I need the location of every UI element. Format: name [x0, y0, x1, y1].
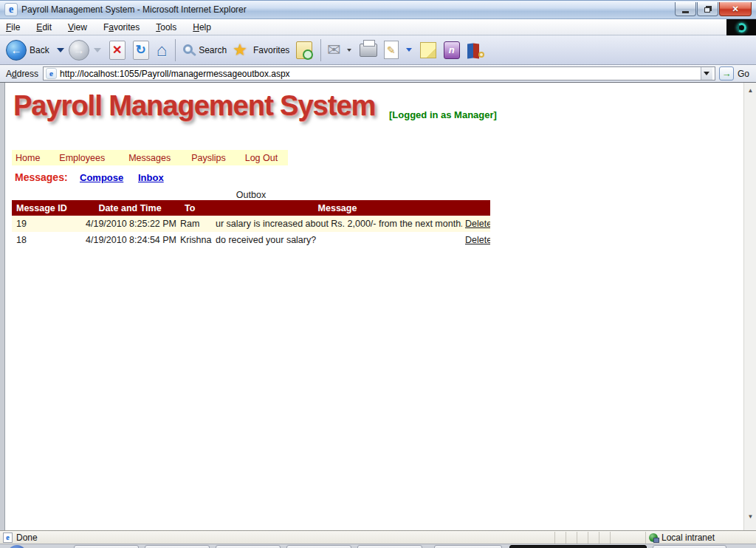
status-pane	[577, 532, 588, 544]
scroll-up-button[interactable]: ▲	[744, 84, 756, 97]
minimize-icon	[682, 11, 689, 13]
close-button[interactable]: ✕	[719, 2, 752, 16]
compose-link[interactable]: Compose	[80, 172, 123, 183]
zone-label: Local intranet	[662, 532, 715, 543]
cell-message-id: 18	[12, 232, 83, 248]
menu-tools[interactable]: Tools	[156, 22, 176, 32]
back-dropdown-icon[interactable]	[57, 48, 64, 52]
page-ie-icon: e	[46, 68, 57, 79]
address-field[interactable]: e	[43, 66, 715, 81]
inbox-link[interactable]: Inbox	[138, 172, 164, 183]
delete-link[interactable]: Delete	[465, 219, 490, 229]
stop-button[interactable]: ✕	[109, 41, 126, 60]
menu-edit[interactable]: Edit	[36, 22, 52, 32]
print-button[interactable]	[360, 44, 377, 57]
back-button[interactable]: ← Back	[6, 40, 69, 61]
edit-button[interactable]: ✎	[381, 41, 416, 59]
outbox-table: Message ID Date and Time To Message 19 4…	[12, 200, 490, 248]
taskbar-button[interactable]	[216, 545, 281, 548]
toolbar-separator	[320, 39, 321, 61]
search-button[interactable]: Search	[180, 44, 230, 55]
taskbar-button-active[interactable]	[509, 545, 647, 548]
status-pane	[610, 532, 645, 544]
status-pane	[588, 532, 599, 544]
address-dropdown-button[interactable]	[701, 67, 712, 80]
favorites-label: Favorites	[253, 45, 289, 55]
taskbar-button[interactable]	[357, 545, 422, 548]
go-arrow-icon: →	[719, 66, 734, 81]
forward-button[interactable]: →	[69, 40, 106, 61]
search-label: Search	[199, 45, 227, 55]
outbox-caption: Outbox	[12, 190, 490, 200]
stop-icon: ✕	[112, 43, 122, 57]
taskbar-button[interactable]	[434, 545, 502, 548]
status-pane	[554, 532, 566, 544]
forward-dropdown-icon	[94, 48, 101, 52]
status-bar: e Done Local intranet	[0, 530, 756, 544]
window-title: Payroll Management System - Microsoft In…	[21, 4, 247, 15]
window-ie-icon: e	[4, 3, 18, 16]
cell-message: ur salary is increased about Rs. 2,000/-…	[213, 216, 462, 232]
home-icon: ⌂	[157, 40, 168, 60]
page-title: Payroll Management System	[13, 90, 375, 122]
status-text: Done	[16, 532, 38, 543]
title-bar: e Payroll Management System - Microsoft …	[0, 0, 756, 19]
back-label: Back	[30, 45, 49, 55]
address-input[interactable]	[60, 69, 701, 79]
home-button[interactable]: ⌂	[157, 41, 168, 59]
ie-throbber	[726, 19, 756, 35]
refresh-button[interactable]: ↻	[133, 41, 149, 60]
messages-label: Messages:	[15, 171, 68, 183]
toolbar-separator	[175, 39, 176, 61]
search-icon	[183, 44, 193, 54]
taskbar-button[interactable]	[74, 545, 139, 548]
nav-item-logout[interactable]: Log Out	[245, 153, 278, 163]
nav-item-home[interactable]: Home	[16, 153, 40, 163]
messages-section-header: Messages: Compose Inbox	[4, 171, 492, 186]
column-header-message-id: Message ID	[12, 200, 83, 216]
edit-dropdown-icon[interactable]	[406, 48, 412, 52]
restore-button[interactable]	[697, 2, 718, 16]
nav-item-employees[interactable]: Employees	[59, 153, 105, 163]
menu-file[interactable]: File	[6, 22, 20, 32]
os-taskbar	[0, 544, 756, 548]
nav-item-messages[interactable]: Messages	[128, 153, 171, 163]
page-content: Payroll Management System [Logged in as …	[0, 83, 756, 530]
scroll-down-icon: ▼	[748, 513, 754, 520]
nav-item-payslips[interactable]: Payslips	[191, 153, 226, 163]
mail-dropdown-icon[interactable]	[347, 49, 351, 52]
history-button[interactable]	[296, 41, 312, 59]
minimize-button[interactable]	[675, 2, 696, 16]
scroll-down-button[interactable]: ▼	[744, 510, 756, 523]
column-header-message: Message	[213, 200, 462, 216]
research-button[interactable]	[467, 41, 484, 59]
column-header-to: To	[177, 200, 213, 216]
taskbar-button[interactable]	[286, 545, 351, 548]
menu-help[interactable]: Help	[193, 22, 211, 32]
menu-view[interactable]: View	[68, 22, 87, 32]
cell-message: do received your salary?	[213, 232, 462, 248]
notes-button[interactable]	[420, 42, 436, 58]
favorites-button[interactable]: ★ Favorites	[230, 42, 292, 58]
cell-to: Ram	[177, 216, 213, 232]
taskbar-button[interactable]	[145, 545, 210, 548]
refresh-icon: ↻	[136, 42, 146, 58]
ie-throbber-icon	[737, 23, 746, 32]
mail-button[interactable]: ✉	[326, 42, 355, 58]
menu-favorites[interactable]: Favorites	[103, 22, 140, 32]
research-magnifier-icon	[478, 52, 484, 58]
messenger-button[interactable]: n	[444, 41, 460, 59]
delete-link[interactable]: Delete	[465, 235, 490, 245]
column-header-date-time: Date and Time	[83, 200, 177, 216]
scroll-up-icon: ▲	[748, 87, 754, 94]
back-icon: ←	[6, 40, 27, 61]
window-controls: ✕	[674, 2, 752, 16]
taskbar-button[interactable]	[653, 545, 726, 548]
restore-icon	[704, 7, 710, 13]
go-button[interactable]: → Go	[719, 66, 753, 81]
start-button[interactable]	[7, 545, 27, 548]
table-row: 18 4/19/2010 8:24:54 PM Krishna do recei…	[12, 232, 490, 248]
vertical-scrollbar[interactable]: ▲ ▼	[743, 83, 756, 530]
edit-pencil-icon: ✎	[384, 41, 399, 59]
login-status-badge: [Logged in as Manager]	[389, 109, 497, 120]
